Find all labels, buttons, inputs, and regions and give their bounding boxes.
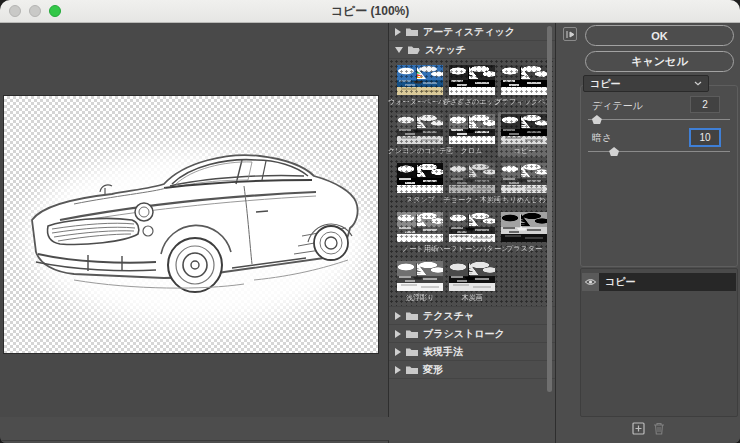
disclosure-triangle-icon: [395, 312, 401, 320]
open-folder-icon: [408, 45, 420, 54]
detail-label: ディテール: [592, 99, 643, 113]
new-effect-layer-button[interactable]: [632, 422, 645, 435]
effect-layer-name: コピー: [599, 273, 736, 291]
detail-slider[interactable]: [588, 115, 730, 125]
effect-layer-row-selected[interactable]: コピー: [582, 273, 736, 291]
zoom-button[interactable]: [49, 5, 61, 17]
filter-thumb-plaster[interactable]: プラスター: [498, 210, 550, 255]
effect-layer-actions: [557, 422, 740, 435]
disclosure-triangle-icon: [395, 348, 401, 356]
folder-icon: [406, 27, 418, 36]
ok-button[interactable]: OK: [585, 25, 734, 46]
title-bar: コピー (100%): [0, 0, 740, 23]
trash-icon: [653, 422, 665, 435]
preview-canvas[interactable]: [4, 96, 378, 353]
folder-icon: [406, 347, 418, 356]
hide-thumbnails-toggle-button[interactable]: [563, 27, 577, 41]
vertical-scrollbar[interactable]: [547, 26, 552, 392]
category-artistic[interactable]: アーティスティック: [389, 23, 555, 41]
traffic-lights: [9, 0, 61, 22]
filter-gallery-dialog: コピー (100%): [0, 0, 740, 443]
cancel-button[interactable]: キャンセル: [585, 51, 734, 72]
collapse-arrows-icon: [566, 30, 575, 39]
disclosure-triangle-icon: [395, 28, 401, 36]
darkness-label: 暗さ: [592, 131, 612, 145]
category-texture[interactable]: テクスチャ: [389, 306, 555, 325]
detail-value-field[interactable]: 2: [690, 96, 720, 113]
folder-icon: [406, 329, 418, 338]
darkness-slider-thumb[interactable]: [609, 147, 619, 156]
darkness-slider[interactable]: [588, 147, 730, 157]
filter-category-list: アーティスティック スケッチ ウォーターペーパー ぎざぎざのエッジ グラフィック…: [389, 23, 556, 443]
filter-thumb-halftone-pattern[interactable]: ハーフトーンパターン: [446, 210, 498, 255]
folder-icon: [406, 311, 418, 320]
category-distort[interactable]: 変形: [389, 361, 555, 379]
disclosure-triangle-icon: [395, 330, 401, 338]
disclosure-triangle-icon: [395, 366, 401, 374]
folder-icon: [406, 365, 418, 374]
close-button[interactable]: [9, 5, 21, 17]
delete-effect-layer-button[interactable]: [653, 422, 666, 435]
car-sketch-image: [4, 96, 378, 353]
category-stylize[interactable]: 表現手法: [389, 343, 555, 361]
minimize-button[interactable]: [29, 5, 41, 17]
darkness-value-field[interactable]: 10: [689, 128, 721, 147]
disclosure-triangle-icon: [395, 47, 403, 53]
slider-track: [588, 119, 730, 120]
dialog-title: コピー (100%): [331, 3, 410, 20]
chevron-down-icon: [694, 81, 702, 86]
filter-select-dropdown[interactable]: コピー: [583, 75, 709, 92]
category-brush-strokes[interactable]: ブラシストローク: [389, 325, 555, 343]
filter-select-value: コピー: [590, 77, 620, 91]
visibility-toggle[interactable]: [582, 273, 599, 291]
effect-layers-list: コピー: [580, 268, 738, 417]
eye-icon: [585, 278, 596, 286]
detail-slider-thumb[interactable]: [592, 115, 602, 124]
settings-panel: OK キャンセル コピー ディテール 2 暗さ 10: [557, 23, 740, 443]
filter-preview-pane: − + 100%: [0, 23, 389, 417]
sketch-thumbnail-grid: ウォーターペーパー ぎざぎざのエッジ グラフィックペン クレヨンのコンテ画 クロ…: [389, 59, 555, 306]
plus-square-icon: [632, 422, 645, 435]
category-sketch[interactable]: スケッチ: [389, 41, 555, 59]
